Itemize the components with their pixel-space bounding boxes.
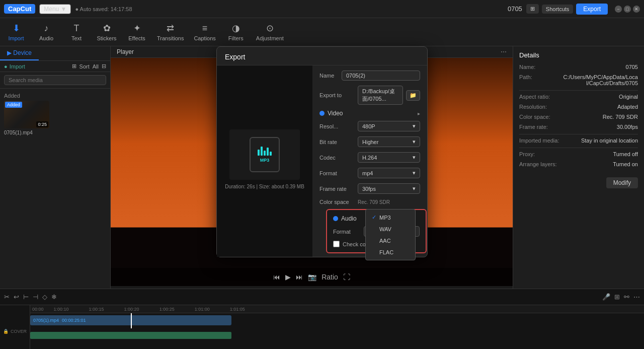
adjustment-icon: ⊙ (266, 23, 274, 34)
export-path-select[interactable]: D:/Backup/桌面/0705... (358, 86, 403, 105)
more-btn[interactable]: ⋯ (633, 293, 640, 301)
freeze-button[interactable]: ❄ (51, 293, 57, 301)
detail-path-value: C:/Users/MyPC/AppData/Local/CapCut/Draft… (562, 74, 638, 86)
prev-frame-button[interactable]: ⏮ (273, 273, 280, 281)
split-button[interactable]: ✂ (4, 293, 10, 301)
toolbar-filters[interactable]: ◑ Filters (226, 23, 246, 41)
detail-aspect-ratio: Aspect ratio: Original (519, 94, 638, 100)
export-path-value: D:/Backup/桌面/0705... (362, 88, 398, 103)
track-label-video: 🔒 COVER (0, 313, 30, 349)
screenshot-button[interactable]: 📷 (308, 273, 316, 281)
ratio-button[interactable]: Ratio (321, 273, 338, 281)
shortcuts-button[interactable]: Shortcuts (542, 5, 573, 14)
toolbar-filters-label: Filters (228, 35, 244, 41)
app-logo: CapCut (4, 4, 35, 14)
dropdown-item-mp3[interactable]: ✓ MP3 (366, 212, 415, 223)
toolbar-effects[interactable]: ✦ Effects (127, 23, 147, 41)
import-icon: ⬇ (13, 23, 20, 34)
topbar: CapCut Menu ▼ ● Auto saved: 14:17:58 070… (0, 0, 644, 18)
filter-icon[interactable]: ⊟ (102, 63, 106, 69)
copyright-checkbox[interactable] (333, 241, 340, 247)
preview-controls: ⏮ ▶ ⏭ 📷 Ratio ⛶ (111, 268, 513, 286)
framerate-label: Frame rate (319, 186, 355, 192)
toolbar-import[interactable]: ⬇ Import (6, 23, 26, 41)
window-controls: − □ ✕ (615, 6, 640, 13)
dropdown-item-flac[interactable]: ✓ FLAC (366, 246, 415, 258)
toolbar-transitions[interactable]: ⇄ Transitions (157, 23, 184, 41)
toolbar-adjustment[interactable]: ⊙ Adjustment (256, 23, 284, 41)
audio-format-dropdown: ✓ MP3 ✓ WAV ✓ AAC ✓ FLAC (365, 209, 416, 260)
minimize-button[interactable]: − (615, 6, 622, 13)
detail-path-label: Path: (519, 74, 532, 86)
detail-name-label: Name: (519, 64, 535, 70)
time-marker-6: 1:01:05 (230, 307, 245, 312)
media-thumb-item[interactable]: Added 0:25 (4, 101, 49, 128)
player-menu-icon[interactable]: ⋯ (501, 48, 507, 55)
media-added-badge: Added (5, 102, 22, 108)
undo-button[interactable]: ↩ (14, 293, 19, 301)
snap-button[interactable]: ⊞ (614, 293, 620, 301)
play-button[interactable]: ▶ (285, 273, 291, 281)
all-filter-button[interactable]: All (93, 63, 99, 69)
modify-button[interactable]: Modify (606, 177, 638, 188)
track-content-area: 00:00 1:00:10 1:00:15 1:00:20 1:00:25 1:… (30, 305, 644, 349)
time-marker-5: 1:01:00 (195, 307, 210, 312)
export-duration-label: Duration: 26s | Size: about 0.39 MB (221, 180, 308, 193)
link-button[interactable]: ⚯ (624, 293, 629, 301)
video-track-row: 0705(1).mp4 00:00:25:01 (30, 315, 644, 328)
keyframe-button[interactable]: ◇ (42, 293, 47, 301)
detail-arrange-layers: Arrange layers: Turned on (519, 161, 638, 167)
trim-left-button[interactable]: ⊢ (23, 293, 29, 301)
mp3-bar-2 (261, 147, 263, 156)
layout-button[interactable]: ⊞ (526, 4, 539, 14)
audio-section-label: Audio (341, 215, 357, 222)
grid-view-button[interactable]: ⊞ (72, 63, 76, 69)
import-button[interactable]: ● Import (4, 63, 25, 69)
toolbar-audio[interactable]: ♪ Audio (36, 23, 56, 41)
media-grid: Added Added 0:25 0705(1).mp4 (0, 89, 110, 289)
effects-icon: ✦ (133, 23, 141, 34)
dropdown-item-aac[interactable]: ✓ AAC (366, 235, 415, 246)
browse-folder-button[interactable]: 📁 (406, 90, 420, 101)
codec-chevron-icon: ▾ (413, 154, 416, 161)
audio-track-row (30, 330, 644, 340)
maximize-button[interactable]: □ (624, 6, 631, 13)
lock-icon: 🔒 (3, 329, 9, 334)
export-button[interactable]: Export (576, 4, 608, 15)
codec-select[interactable]: H.264 ▾ (358, 152, 420, 163)
resolution-label: Resol... (319, 123, 355, 129)
sort-button[interactable]: Sort (79, 63, 90, 69)
framerate-select[interactable]: 30fps ▾ (358, 183, 420, 194)
toolbar-stickers-label: Stickers (97, 35, 116, 41)
trim-right-button[interactable]: ⊣ (33, 293, 38, 301)
format-select[interactable]: mp4 ▾ (358, 168, 420, 178)
time-marker-1: 1:00:10 (54, 307, 69, 312)
dropdown-flac-label: FLAC (379, 249, 393, 255)
detail-color-space: Color space: Rec. 709 SDR (519, 114, 638, 120)
mic-button[interactable]: 🎤 (602, 293, 610, 301)
menu-button[interactable]: Menu ▼ (39, 4, 71, 14)
detail-name: Name: 0705 (519, 64, 638, 70)
video-section-header: Video ▸ (319, 110, 420, 117)
dropdown-item-wav[interactable]: ✓ WAV (366, 223, 415, 235)
search-bar (0, 72, 110, 89)
toolbar-stickers[interactable]: ✿ Stickers (97, 23, 117, 41)
mp3-bar-3 (264, 151, 266, 156)
time-00: 00:00 (32, 307, 44, 312)
export-name-input[interactable] (342, 71, 420, 81)
time-marker-3: 1:00:20 (124, 307, 139, 312)
bitrate-select[interactable]: Higher ▾ (358, 136, 420, 147)
search-input[interactable] (4, 75, 106, 85)
toolbar-captions[interactable]: ≡ Captions (194, 23, 215, 41)
toolbar-text-label: Text (71, 35, 82, 41)
resolution-select[interactable]: 480P ▾ (358, 121, 420, 131)
next-frame-button[interactable]: ⏭ (296, 273, 303, 281)
format-value: mp4 (362, 170, 373, 176)
detail-color-space-value: Rec. 709 SDR (603, 114, 638, 120)
fullscreen-button[interactable]: ⛶ (343, 273, 350, 281)
stickers-icon: ✿ (103, 23, 111, 34)
tab-device[interactable]: ▶ Device (0, 46, 39, 60)
audio-track-clip[interactable] (30, 332, 231, 339)
toolbar-text[interactable]: T Text (66, 23, 87, 41)
close-button[interactable]: ✕ (633, 6, 640, 13)
